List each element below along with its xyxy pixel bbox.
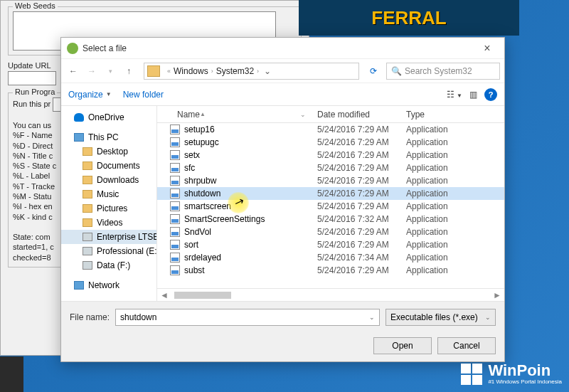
file-date: 5/24/2016 7:32 AM xyxy=(317,214,406,224)
dialog-titlebar[interactable]: Select a file × xyxy=(61,38,504,59)
file-date: 5/24/2016 7:34 AM xyxy=(317,253,406,263)
file-date: 5/24/2016 7:29 AM xyxy=(317,240,406,250)
sidebar-thispc[interactable]: This PC xyxy=(61,130,156,144)
file-row[interactable]: shrpubw5/24/2016 7:29 AMApplication xyxy=(157,174,504,187)
sidebar-drive-c[interactable]: Enterprise LTSB ( xyxy=(61,230,156,244)
folder-icon xyxy=(83,218,92,227)
sidebar-drive-f[interactable]: Data (F:) xyxy=(61,258,156,272)
windows-icon xyxy=(461,364,482,385)
file-name: shrpubw xyxy=(184,176,216,186)
file-row[interactable]: smartscreen5/24/2016 7:29 AMApplication xyxy=(157,200,504,213)
file-date: 5/24/2016 7:29 AM xyxy=(317,163,406,173)
chevron-icon[interactable]: « xyxy=(167,68,171,75)
update-url-input[interactable] xyxy=(8,71,56,85)
folder-icon xyxy=(147,65,160,77)
open-button[interactable]: Open xyxy=(373,337,432,354)
webseeds-label: Web Seeds xyxy=(13,1,58,10)
file-name: srdelayed xyxy=(184,253,221,263)
dialog-toolbar: Organize▼ New folder ☷ ▼ ▥ ? xyxy=(61,83,504,106)
file-list[interactable]: setup165/24/2016 7:29 AMApplicationsetup… xyxy=(157,123,504,288)
exe-icon xyxy=(170,240,180,250)
file-row[interactable]: setupugc5/24/2016 7:29 AMApplication xyxy=(157,136,504,149)
file-type: Application xyxy=(406,240,504,250)
sidebar-drive-e[interactable]: Professional (E:) xyxy=(61,244,156,258)
file-row[interactable]: setx5/24/2016 7:29 AMApplication xyxy=(157,149,504,161)
file-type: Application xyxy=(406,253,504,263)
file-row[interactable]: SndVol5/24/2016 7:29 AMApplication xyxy=(157,226,504,238)
file-name: SmartScreenSettings xyxy=(184,214,265,224)
sidebar-videos[interactable]: Videos xyxy=(61,216,156,230)
filetype-filter[interactable]: Executable files (*.exe)⌄ xyxy=(385,309,496,326)
folder-icon xyxy=(83,190,92,198)
drive-icon xyxy=(83,233,92,241)
search-icon: 🔍 xyxy=(391,66,402,76)
file-row[interactable]: setup165/24/2016 7:29 AMApplication xyxy=(157,123,504,136)
close-icon[interactable]: × xyxy=(476,42,499,55)
file-type: Application xyxy=(406,163,504,173)
taskbar-fragment xyxy=(0,356,23,392)
back-button[interactable]: ← xyxy=(65,63,81,79)
sidebar-downloads[interactable]: Downloads xyxy=(61,173,156,187)
col-type[interactable]: Type xyxy=(406,110,504,120)
file-date: 5/24/2016 7:29 AM xyxy=(317,265,406,275)
file-row[interactable]: SmartScreenSettings5/24/2016 7:32 AMAppl… xyxy=(157,213,504,226)
view-icon[interactable]: ☷ ▼ xyxy=(447,90,462,100)
recent-dropdown[interactable]: ▾ xyxy=(102,63,118,79)
file-row[interactable]: sort5/24/2016 7:29 AMApplication xyxy=(157,238,504,251)
chevron-icon[interactable]: › xyxy=(211,68,213,75)
sidebar-onedrive[interactable]: OneDrive xyxy=(61,110,156,125)
file-row[interactable]: shutdown5/24/2016 7:29 AMApplication xyxy=(157,187,504,200)
file-type: Application xyxy=(406,265,504,275)
sidebar-pictures[interactable]: Pictures xyxy=(61,201,156,216)
col-name[interactable]: Name▲⌄ xyxy=(157,110,317,120)
file-type: Application xyxy=(406,150,504,160)
file-date: 5/24/2016 7:29 AM xyxy=(317,137,406,147)
breadcrumb-dropdown[interactable]: ⌄ xyxy=(262,66,273,76)
exe-icon xyxy=(170,214,180,224)
file-date: 5/24/2016 7:29 AM xyxy=(317,227,406,237)
exe-icon xyxy=(170,150,180,160)
preview-icon[interactable]: ▥ xyxy=(469,90,477,100)
file-name: sort xyxy=(184,240,198,250)
file-name: subst xyxy=(184,265,205,275)
file-row[interactable]: sfc5/24/2016 7:29 AMApplication xyxy=(157,161,504,174)
horizontal-scrollbar[interactable]: ◄► xyxy=(157,288,504,301)
exe-icon xyxy=(170,253,180,263)
file-row[interactable]: srdelayed5/24/2016 7:34 AMApplication xyxy=(157,251,504,264)
up-button[interactable]: ↑ xyxy=(121,63,137,79)
file-name: setupugc xyxy=(184,137,219,147)
cancel-button[interactable]: Cancel xyxy=(437,337,496,354)
breadcrumb-seg[interactable]: System32 xyxy=(216,66,254,76)
forward-button[interactable]: → xyxy=(84,63,100,79)
file-row[interactable]: subst5/24/2016 7:29 AMApplication xyxy=(157,264,504,277)
dialog-nav: ← → ▾ ↑ « Windows › System32 › ⌄ ⟳ 🔍 Sea… xyxy=(61,59,504,83)
sidebar-network[interactable]: Network xyxy=(61,278,156,292)
help-icon[interactable]: ? xyxy=(484,88,497,101)
exe-icon xyxy=(170,201,180,211)
sidebar-desktop[interactable]: Desktop xyxy=(61,144,156,159)
file-date: 5/24/2016 7:29 AM xyxy=(317,150,406,160)
pc-icon xyxy=(74,133,84,142)
chevron-icon[interactable]: › xyxy=(257,68,259,75)
banner-ad: FERRAL xyxy=(299,0,519,36)
file-date: 5/24/2016 7:29 AM xyxy=(317,176,406,186)
sidebar-documents[interactable]: Documents xyxy=(61,159,156,173)
exe-icon xyxy=(170,163,180,173)
file-name: sfc xyxy=(184,163,195,173)
exe-icon xyxy=(170,137,180,147)
drive-icon xyxy=(83,261,92,270)
col-date[interactable]: Date modified xyxy=(317,110,406,120)
file-date: 5/24/2016 7:29 AM xyxy=(317,201,406,211)
drive-icon xyxy=(83,247,92,255)
file-date: 5/24/2016 7:29 AM xyxy=(317,125,406,134)
dialog-footer: File name: shutdown⌄ Executable files (*… xyxy=(61,301,504,361)
newfolder-button[interactable]: New folder xyxy=(123,90,164,100)
breadcrumb-seg[interactable]: Windows xyxy=(174,66,208,76)
organize-button[interactable]: Organize▼ xyxy=(68,90,112,100)
search-input[interactable]: 🔍 Search System32 xyxy=(386,63,500,80)
refresh-button[interactable]: ⟳ xyxy=(366,66,381,76)
sidebar-music[interactable]: Music xyxy=(61,187,156,201)
filename-input[interactable]: shutdown⌄ xyxy=(115,309,380,326)
breadcrumb[interactable]: « Windows › System32 › ⌄ xyxy=(144,63,359,80)
file-open-dialog: Select a file × ← → ▾ ↑ « Windows › Syst… xyxy=(60,37,505,362)
